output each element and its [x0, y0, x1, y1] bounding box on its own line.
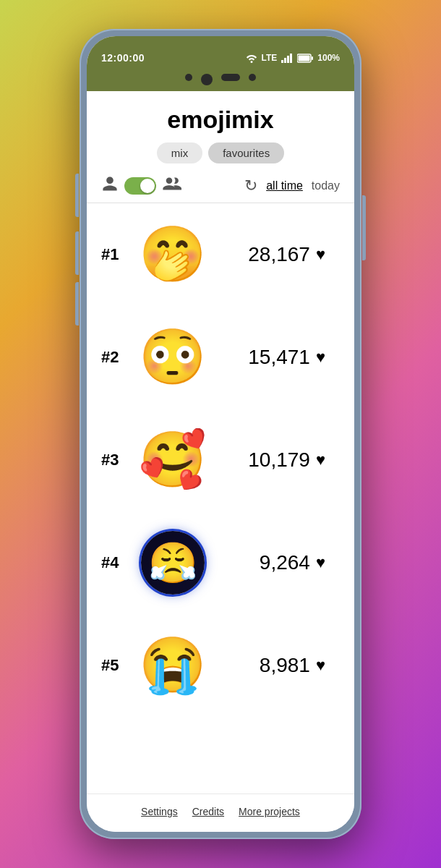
time-filter: ↻ all time today [244, 176, 340, 195]
camera-sensor [221, 74, 240, 81]
tab-favourites[interactable]: favourites [208, 142, 284, 163]
svg-rect-0 [281, 60, 283, 63]
tab-bar: mix favourites [87, 142, 354, 163]
camera-dot-right [249, 74, 256, 81]
rank-item-3: #3 🥰 10,179 ♥ [87, 409, 354, 511]
rank-count-3: 10,179 ♥ [213, 448, 340, 472]
rank-emoji-1: 🤭 [133, 215, 213, 294]
rank-emoji-2: 😳 [133, 318, 213, 397]
app-title: emojimix [87, 106, 354, 134]
rank-item-2: #2 😳 15,471 ♥ [87, 306, 354, 409]
tab-mix[interactable]: mix [157, 142, 202, 163]
dark-emoji-container: 😤 [141, 531, 205, 595]
svg-rect-2 [287, 56, 289, 63]
heart-icon-3: ♥ [316, 451, 325, 469]
footer-links: Settings Credits More projects [87, 793, 354, 832]
rank-number-3: #3 [101, 451, 127, 469]
ranking-list: #1 🤭 28,167 ♥ #2 😳 15,4 [87, 203, 354, 793]
credits-link[interactable]: Credits [192, 806, 224, 817]
refresh-icon[interactable]: ↻ [244, 176, 257, 195]
lte-label: LTE [262, 53, 278, 63]
rank-count-2: 15,471 ♥ [213, 346, 340, 369]
rank-item-5: #5 😭 8,981 ♥ [87, 614, 354, 717]
phone-frame: 12:00:00 LTE [80, 29, 361, 839]
rank-item-1: #1 🤭 28,167 ♥ [87, 203, 354, 306]
rank-count-1: 28,167 ♥ [213, 243, 340, 266]
camera-front [201, 74, 213, 85]
heart-icon-2: ♥ [316, 348, 325, 367]
wifi-icon [246, 53, 257, 63]
user-toggle-group [101, 175, 182, 197]
svg-rect-6 [299, 55, 310, 61]
rank-number-4: #4 [101, 553, 127, 572]
controls-row: ↻ all time today [87, 175, 354, 197]
user-toggle-switch[interactable] [124, 177, 156, 195]
rank-count-4: 9,264 ♥ [213, 551, 340, 574]
filter-today[interactable]: today [312, 179, 340, 192]
rank-number-5: #5 [101, 656, 127, 675]
more-projects-link[interactable]: More projects [239, 806, 300, 817]
svg-rect-5 [312, 56, 313, 60]
camera-area [87, 74, 354, 91]
rank-count-5: 8,981 ♥ [213, 654, 340, 677]
toggle-knob [140, 179, 155, 193]
app-content: emojimix mix favourites [87, 91, 354, 832]
rank-emoji-5: 😭 [133, 626, 213, 705]
heart-icon-1: ♥ [316, 245, 325, 264]
filter-all-time[interactable]: all time [266, 179, 303, 192]
rank-emoji-3: 🥰 [133, 420, 213, 500]
camera-dot-left [185, 74, 192, 81]
rank-item-4: #4 😤 9,264 ♥ [87, 511, 354, 614]
signal-icon [281, 53, 293, 63]
battery-percent: 100% [317, 53, 340, 63]
status-icons: LTE 100% [246, 53, 340, 63]
status-time: 12:00:00 [101, 52, 145, 64]
heart-icon-5: ♥ [316, 656, 325, 675]
settings-link[interactable]: Settings [141, 806, 178, 817]
status-bar: 12:00:00 LTE [87, 36, 354, 74]
battery-icon [297, 54, 313, 63]
rank-emoji-4: 😤 [133, 523, 213, 603]
rank-number-2: #2 [101, 348, 127, 367]
svg-rect-1 [284, 58, 286, 63]
heart-icon-4: ♥ [316, 553, 325, 572]
svg-rect-3 [290, 54, 292, 63]
rank-number-1: #1 [101, 245, 127, 264]
phone-screen: 12:00:00 LTE [87, 36, 354, 832]
group-user-icon [162, 175, 182, 197]
single-user-icon [101, 175, 119, 197]
